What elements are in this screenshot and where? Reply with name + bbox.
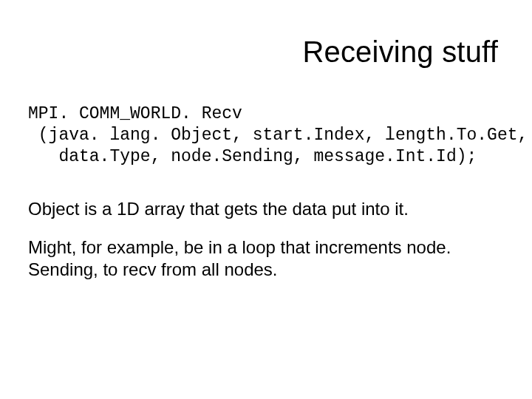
code-line-3: data.Type, node.Sending, message.Int.Id)… [28,147,477,166]
body-paragraph-2: Might, for example, be in a loop that in… [28,236,498,281]
slide: Receiving stuff MPI. COMM_WORLD. Recv (j… [0,0,532,399]
code-line-1: MPI. COMM_WORLD. Recv [28,104,242,123]
body-paragraph-1: Object is a 1D array that gets the data … [28,198,498,220]
code-line-2: (java. lang. Object, start.Index, length… [28,126,528,145]
code-block: MPI. COMM_WORLD. Recv (java. lang. Objec… [28,103,528,167]
slide-title: Receiving stuff [302,35,498,69]
